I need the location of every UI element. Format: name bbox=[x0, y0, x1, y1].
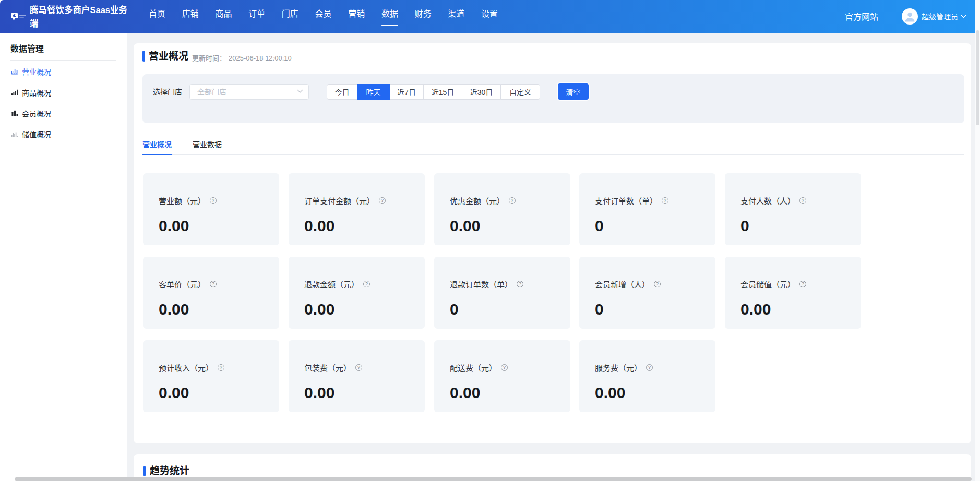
help-circle-icon[interactable]: ? bbox=[363, 281, 370, 287]
tabs-divider bbox=[142, 154, 964, 155]
official-site-link[interactable]: 官方网站 bbox=[845, 10, 878, 22]
stat-card-label: 营业额（元）? bbox=[159, 195, 217, 206]
stat-card-label: 客单价（元）? bbox=[159, 279, 217, 290]
sidebar-item-goods-overview[interactable]: 商品概况 bbox=[0, 82, 127, 103]
nav-item-marketing[interactable]: 营销 bbox=[348, 0, 365, 26]
avatar[interactable] bbox=[902, 8, 918, 25]
help-circle-icon[interactable]: ? bbox=[799, 281, 806, 287]
business-overview-panel: 营业概况 更新时间：2025-06-18 12:00:10 选择门店 全部门店 … bbox=[134, 43, 971, 443]
nav-item-finance[interactable]: 财务 bbox=[415, 0, 432, 26]
nav-item-channels[interactable]: 渠道 bbox=[448, 0, 464, 26]
bar-chart-bold-icon bbox=[11, 110, 18, 117]
section-title-bar bbox=[142, 51, 145, 62]
stat-card-paid-orders: 支付订单数（单）?0 bbox=[579, 173, 715, 245]
stat-card-label-text: 预计收入（元） bbox=[159, 362, 213, 373]
username[interactable]: 超级管理员 bbox=[922, 11, 958, 21]
store-select-label: 选择门店 bbox=[153, 84, 182, 100]
section-title: 营业概况 bbox=[149, 49, 188, 64]
stat-card-label-text: 服务费（元） bbox=[595, 362, 642, 373]
range-button-today[interactable]: 今日 bbox=[327, 84, 357, 100]
help-circle-icon[interactable]: ? bbox=[509, 197, 516, 204]
stat-card-value: 0.00 bbox=[159, 217, 189, 235]
stat-card-value: 0.00 bbox=[304, 384, 334, 402]
help-circle-icon[interactable]: ? bbox=[355, 364, 362, 371]
help-circle-icon[interactable]: ? bbox=[662, 197, 668, 204]
range-button-last7[interactable]: 近7日 bbox=[389, 84, 424, 100]
app-logo-icon bbox=[11, 13, 18, 20]
stat-card-value: 0.00 bbox=[740, 300, 771, 318]
help-circle-icon[interactable]: ? bbox=[210, 281, 217, 287]
help-circle-icon[interactable]: ? bbox=[646, 364, 653, 371]
help-circle-icon[interactable]: ? bbox=[210, 197, 217, 204]
sidebar-menu: 营业概况商品概况会员概况储值概况 bbox=[0, 61, 127, 145]
sidebar-divider bbox=[10, 60, 116, 61]
stat-card-label: 退款金额（元）? bbox=[304, 279, 370, 290]
tab-business-data[interactable]: 营业数据 bbox=[193, 139, 222, 150]
stat-card-label-text: 订单支付金额（元） bbox=[304, 195, 375, 206]
stat-card-label-text: 营业额（元） bbox=[159, 195, 206, 206]
range-button-custom[interactable]: 自定义 bbox=[500, 84, 540, 100]
section-title: 趋势统计 bbox=[150, 463, 189, 478]
stat-card-value: 0.00 bbox=[450, 384, 480, 402]
help-circle-icon[interactable]: ? bbox=[654, 281, 661, 287]
bar-chart-ascending-icon bbox=[11, 89, 18, 96]
stat-card-label-text: 客单价（元） bbox=[159, 279, 206, 290]
sidebar: 数据管理 营业概况商品概况会员概况储值概况 bbox=[0, 33, 127, 481]
overview-tabs: 营业概况营业数据 bbox=[142, 139, 222, 150]
help-circle-icon[interactable]: ? bbox=[379, 197, 386, 204]
nav-item-data[interactable]: 数据 bbox=[381, 0, 398, 26]
stat-card-expected-income: 预计收入（元）?0.00 bbox=[143, 340, 279, 412]
nav-item-goods[interactable]: 商品 bbox=[215, 0, 232, 26]
stat-card-label-text: 退款金额（元） bbox=[304, 279, 359, 290]
stat-card-label: 包装费（元）? bbox=[304, 362, 362, 373]
stat-card-label: 订单支付金额（元）? bbox=[304, 195, 386, 206]
nav-item-settings[interactable]: 设置 bbox=[481, 0, 498, 26]
stat-card-value: 0 bbox=[595, 217, 604, 235]
update-time: 更新时间：2025-06-18 12:00:10 bbox=[192, 53, 292, 63]
help-circle-icon[interactable]: ? bbox=[799, 197, 806, 204]
clear-button[interactable]: 清空 bbox=[558, 83, 589, 100]
stat-card-label: 优惠金额（元）? bbox=[450, 195, 516, 206]
date-range-group: 今日昨天近7日近15日近30日自定义 bbox=[327, 84, 540, 100]
tab-business-overview[interactable]: 营业概况 bbox=[142, 139, 172, 150]
help-circle-icon[interactable]: ? bbox=[218, 364, 224, 371]
sidebar-item-label: 会员概况 bbox=[22, 108, 51, 118]
nav-item-home[interactable]: 首页 bbox=[149, 0, 165, 26]
stat-card-label-text: 会员储值（元） bbox=[740, 279, 795, 290]
sidebar-item-stored-value-overview[interactable]: 储值概况 bbox=[0, 124, 127, 145]
range-button-last30[interactable]: 近30日 bbox=[462, 84, 501, 100]
stat-card-value: 0 bbox=[740, 217, 749, 235]
horizontal-scrollbar-thumb[interactable] bbox=[15, 477, 972, 481]
stat-card-avg-order-value: 客单价（元）?0.00 bbox=[143, 257, 279, 329]
chevron-down-icon bbox=[297, 89, 303, 93]
update-time-label: 更新时间： bbox=[192, 54, 226, 62]
stat-card-label-text: 优惠金额（元） bbox=[450, 195, 505, 206]
help-circle-icon[interactable]: ? bbox=[517, 281, 523, 287]
update-time-value: 2025-06-18 12:00:10 bbox=[229, 54, 292, 62]
range-button-yesterday[interactable]: 昨天 bbox=[357, 84, 390, 100]
stat-card-value: 0 bbox=[595, 300, 604, 318]
vertical-scrollbar[interactable] bbox=[975, 0, 980, 481]
logo-caption-line bbox=[19, 15, 26, 16]
sidebar-item-member-overview[interactable]: 会员概况 bbox=[0, 103, 127, 124]
nav-item-orders[interactable]: 订单 bbox=[248, 0, 265, 26]
range-button-last15[interactable]: 近15日 bbox=[423, 84, 462, 100]
help-circle-icon[interactable]: ? bbox=[501, 364, 508, 371]
nav-item-members[interactable]: 会员 bbox=[315, 0, 332, 26]
nav-item-shops[interactable]: 门店 bbox=[282, 0, 298, 26]
sidebar-item-business-overview[interactable]: 营业概况 bbox=[0, 61, 127, 82]
store-select[interactable]: 全部门店 bbox=[189, 84, 309, 100]
vertical-scrollbar-thumb[interactable] bbox=[976, 30, 979, 125]
chevron-down-icon[interactable] bbox=[961, 15, 966, 18]
stat-card-label: 支付人数（人）? bbox=[740, 195, 806, 206]
header-right-group: 官方网站 超级管理员 bbox=[845, 0, 966, 32]
top-navbar: 腾马餐饮多商户Saas业务端 首页店铺商品订单门店会员营销数据财务渠道设置 官方… bbox=[0, 0, 975, 33]
stat-card-label-text: 支付人数（人） bbox=[740, 195, 795, 206]
nav-item-store[interactable]: 店铺 bbox=[182, 0, 199, 26]
main-nav: 首页店铺商品订单门店会员营销数据财务渠道设置 bbox=[149, 0, 498, 26]
sidebar-item-label: 营业概况 bbox=[22, 66, 51, 77]
stat-card-discount-amount: 优惠金额（元）?0.00 bbox=[434, 173, 570, 245]
stat-card-revenue: 营业额（元）?0.00 bbox=[143, 173, 279, 245]
stat-card-new-members: 会员新增（人）?0 bbox=[579, 257, 715, 329]
stat-card-label-text: 包装费（元） bbox=[304, 362, 351, 373]
